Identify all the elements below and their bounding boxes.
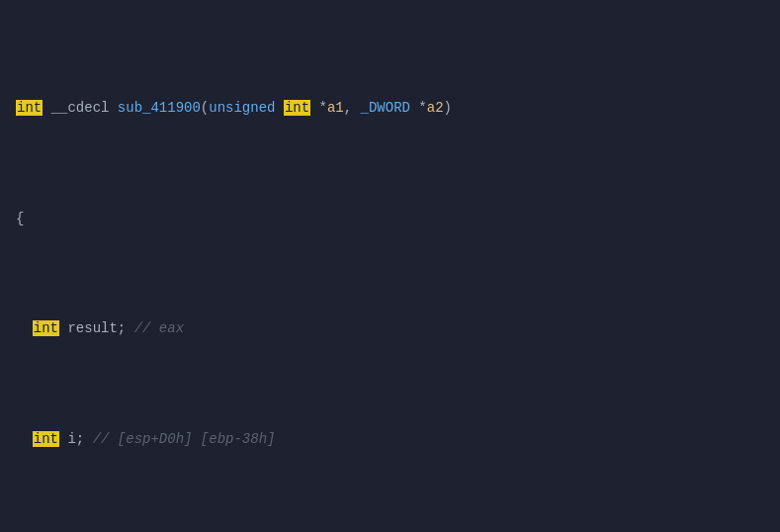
keyword-int-highlight: int: [16, 100, 43, 116]
keyword-int-result: int: [33, 320, 59, 336]
line-4: int i; // [esp+D0h] [ebp-38h]: [16, 428, 764, 450]
line-3: int result; // eax: [16, 317, 764, 339]
keyword-int-i: int: [33, 431, 59, 447]
line-1: int __cdecl sub_411900(unsigned int *a1,…: [16, 97, 764, 119]
keyword-int-highlight2: int: [284, 100, 310, 116]
code-view: int __cdecl sub_411900(unsigned int *a1,…: [0, 0, 780, 532]
line-2: {: [16, 208, 764, 229]
